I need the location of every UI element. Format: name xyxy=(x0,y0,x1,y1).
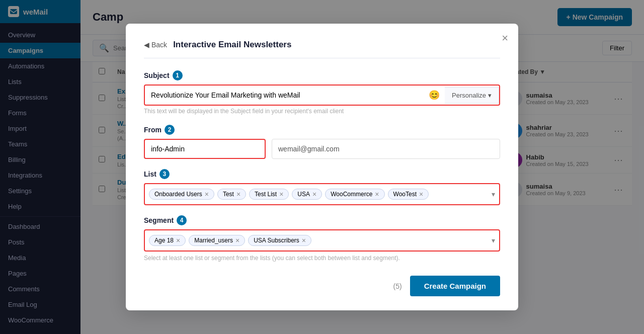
from-email-input[interactable] xyxy=(272,139,500,159)
modal-close-button[interactable]: × xyxy=(502,32,508,45)
list-section: List 3 Onboarded Users× Test× Test List×… xyxy=(144,169,500,205)
new-campaign-modal: × ◀ Back Interactive Email Newsletters S… xyxy=(126,24,518,310)
create-campaign-button[interactable]: Create Campaign xyxy=(410,276,500,296)
list-step-badge: 3 xyxy=(159,169,170,179)
subject-input[interactable] xyxy=(145,86,424,104)
modal-footer: (5) Create Campaign xyxy=(144,272,500,296)
subject-label: Subject 1 xyxy=(144,70,500,80)
remove-tag-test[interactable]: × xyxy=(236,191,240,198)
list-tag-woocommerce: WooCommerce× xyxy=(325,189,384,200)
back-arrow-icon: ◀ xyxy=(144,41,149,49)
from-label: From 2 xyxy=(144,125,500,135)
modal-title: Interactive Email Newsletters xyxy=(173,40,291,50)
from-step-badge: 2 xyxy=(165,125,175,135)
segment-label: Segment 4 xyxy=(144,215,500,225)
remove-segment-tag-married-users[interactable]: × xyxy=(235,237,239,244)
subject-step-badge: 1 xyxy=(173,70,183,80)
step-indicator: (5) xyxy=(393,282,402,290)
segment-tags-input[interactable]: Age 18× Married_users× USA Subscribers× … xyxy=(144,229,500,252)
remove-tag-usa[interactable]: × xyxy=(312,191,316,198)
segment-tag-usa-subscribers: USA Subscribers× xyxy=(248,235,311,246)
remove-tag-onboarded-users[interactable]: × xyxy=(205,191,209,198)
list-tag-test-list: Test List× xyxy=(249,189,289,200)
modal-overlay: × ◀ Back Interactive Email Newsletters S… xyxy=(0,0,644,334)
emoji-button[interactable]: 😊 xyxy=(424,86,445,105)
segment-tags-dropdown[interactable]: ▾ xyxy=(492,236,495,244)
back-label: Back xyxy=(151,41,167,49)
personalize-label: Personalize xyxy=(452,92,486,99)
list-label: List 3 xyxy=(144,169,500,179)
modal-header: ◀ Back Interactive Email Newsletters xyxy=(144,40,500,58)
chevron-down-icon: ▾ xyxy=(488,92,492,99)
remove-tag-test-list[interactable]: × xyxy=(279,191,283,198)
segment-tag-married-users: Married_users× xyxy=(189,235,245,246)
list-tag-onboarded-users: Onboarded Users× xyxy=(149,189,214,200)
segment-section: Segment 4 Age 18× Married_users× USA Sub… xyxy=(144,215,500,262)
remove-tag-woocommerce[interactable]: × xyxy=(375,191,379,198)
remove-segment-tag-age18[interactable]: × xyxy=(176,237,180,244)
segment-tag-age18: Age 18× xyxy=(149,235,186,246)
list-tag-wootest: WooTest× xyxy=(388,189,429,200)
from-name-input[interactable] xyxy=(144,139,266,159)
subject-hint: This text will be displayed in the Subje… xyxy=(144,108,500,115)
subject-input-wrapper: 😊 Personalize ▾ xyxy=(144,85,500,106)
list-tags-input[interactable]: Onboarded Users× Test× Test List× USA× W… xyxy=(144,183,500,205)
remove-segment-tag-usa-subscribers[interactable]: × xyxy=(302,237,306,244)
from-section: From 2 xyxy=(144,125,500,159)
list-tag-test: Test× xyxy=(217,189,246,200)
from-row xyxy=(144,139,500,159)
personalize-button[interactable]: Personalize ▾ xyxy=(445,87,499,104)
subject-section: Subject 1 😊 Personalize ▾ This text will… xyxy=(144,70,500,115)
list-tags-dropdown[interactable]: ▾ xyxy=(492,190,495,198)
list-tag-usa: USA× xyxy=(292,189,322,200)
back-link[interactable]: ◀ Back xyxy=(144,41,167,49)
segment-hint: Select at least one list or segment from… xyxy=(144,255,500,262)
remove-tag-wootest[interactable]: × xyxy=(419,191,423,198)
segment-step-badge: 4 xyxy=(177,215,187,225)
